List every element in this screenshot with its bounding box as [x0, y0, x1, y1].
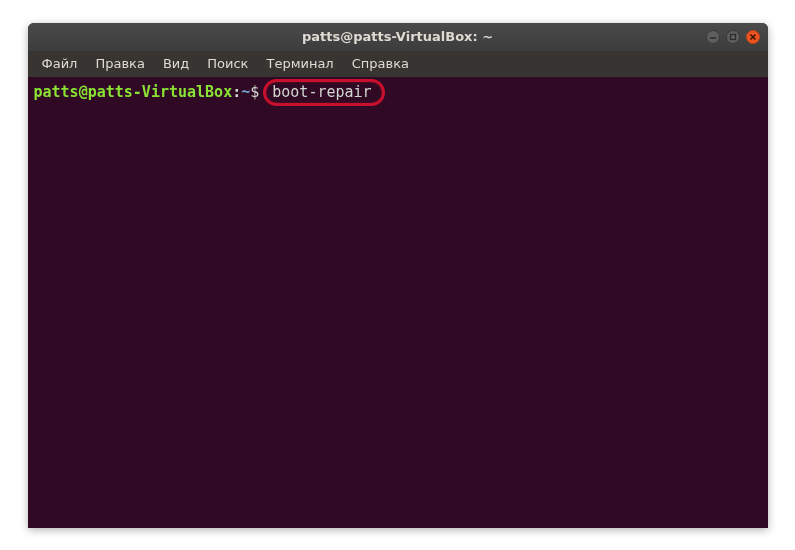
prompt-colon: :	[232, 82, 241, 102]
prompt-path: ~	[241, 82, 250, 102]
minimize-button[interactable]	[706, 30, 720, 44]
close-button[interactable]	[746, 30, 760, 44]
menu-edit[interactable]: Правка	[87, 53, 152, 74]
window-title: patts@patts-VirtualBox: ~	[302, 29, 493, 44]
menu-file[interactable]: Файл	[34, 53, 86, 74]
menu-terminal[interactable]: Терминал	[258, 53, 341, 74]
prompt-line: patts@patts-VirtualBox:~$ boot-repair	[34, 79, 762, 106]
menu-search[interactable]: Поиск	[199, 53, 256, 74]
terminal-window: patts@patts-VirtualBox: ~ Файл Правка Ви…	[28, 23, 768, 528]
maximize-icon	[729, 33, 737, 41]
menubar: Файл Правка Вид Поиск Терминал Справка	[28, 51, 768, 77]
svg-rect-1	[730, 34, 735, 39]
menu-help[interactable]: Справка	[344, 53, 417, 74]
close-icon	[749, 33, 757, 41]
menu-view[interactable]: Вид	[155, 53, 197, 74]
terminal-body[interactable]: patts@patts-VirtualBox:~$ boot-repair	[28, 77, 768, 528]
command-highlight: boot-repair	[263, 79, 384, 106]
window-controls	[706, 30, 760, 44]
command-text: boot-repair	[272, 82, 371, 102]
prompt-dollar: $	[250, 82, 259, 102]
maximize-button[interactable]	[726, 30, 740, 44]
prompt-user-host: patts@patts-VirtualBox	[34, 82, 233, 102]
titlebar[interactable]: patts@patts-VirtualBox: ~	[28, 23, 768, 51]
minimize-icon	[709, 33, 717, 41]
